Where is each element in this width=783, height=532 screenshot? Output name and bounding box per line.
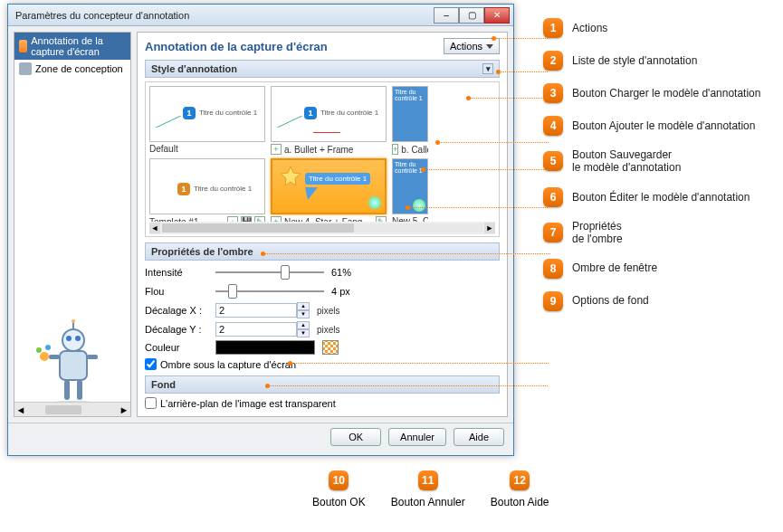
leader-dot: [435, 140, 440, 145]
blur-slider[interactable]: [215, 283, 324, 299]
main-panel: Annotation de la capture d'écran Actions…: [137, 32, 508, 417]
style-template[interactable]: 1 Titre du contrôle 1 + a. Bullet + Fram…: [271, 86, 387, 155]
add-template-button[interactable]: +: [271, 144, 282, 155]
callout-text: Bouton Charger le modèle d'annotation: [572, 87, 760, 100]
callout-text: Bouton Éditer le modèle d'annotation: [572, 191, 750, 204]
template-name: b. Callout + Ci: [401, 145, 428, 155]
callout-number: 1: [543, 18, 563, 38]
callout: 6Bouton Éditer le modèle d'annotation: [543, 187, 760, 207]
styles-scrollbar[interactable]: ◄►: [149, 222, 495, 234]
dialog-footer: OK Annuler Aide: [8, 423, 513, 450]
circle-icon: [413, 199, 425, 212]
color-swatch[interactable]: [215, 340, 315, 355]
leader-line: [498, 71, 548, 72]
svg-point-11: [40, 352, 49, 361]
callout-number: 2: [543, 51, 563, 71]
callout-number: 8: [543, 259, 563, 279]
callout-number: 6: [543, 187, 563, 207]
leader-line: [493, 38, 548, 39]
collapse-icon[interactable]: ▾: [482, 63, 493, 74]
sidebar-item-design-zone[interactable]: Zone de conception: [14, 60, 130, 78]
callout-number: 10: [329, 470, 349, 490]
callout-text: Propriétés de l'ombre: [572, 220, 623, 246]
panel-header: Annotation de la capture d'écran Actions: [145, 38, 500, 54]
callout-number: 11: [418, 470, 438, 490]
callout-number: 3: [543, 83, 563, 103]
leader-dot: [288, 361, 292, 366]
svg-point-13: [45, 345, 51, 350]
callout-text: Actions: [572, 22, 607, 34]
callout-number: 9: [543, 291, 563, 311]
leader-line: [267, 385, 548, 386]
minimize-button[interactable]: –: [434, 7, 459, 24]
close-button[interactable]: ✕: [484, 7, 510, 24]
shadow-section-title: Propriétés de l'ombre: [151, 246, 253, 257]
intensity-slider[interactable]: [215, 264, 324, 280]
transparent-bg-label: L'arrière-plan de l'image est transparen…: [160, 398, 336, 409]
spin-down[interactable]: ▼: [297, 329, 310, 337]
add-template-button[interactable]: +: [392, 144, 398, 155]
callout: 4Bouton Ajouter le modèle d'annotation: [543, 116, 760, 136]
callout-text: Bouton Sauvegarder le modèle d'annotatio…: [572, 148, 681, 175]
callout-number: 12: [510, 470, 530, 490]
transparent-bg-checkbox[interactable]: [145, 397, 157, 409]
spin-up[interactable]: ▲: [297, 302, 310, 310]
offsetx-field[interactable]: [215, 303, 297, 318]
leader-line: [423, 169, 548, 170]
annotation-icon: [19, 40, 27, 52]
callout: 11Bouton Annuler: [391, 470, 465, 508]
callout: 3Bouton Charger le modèle d'annotation: [543, 83, 760, 103]
titlebar[interactable]: Paramètres du concepteur d'annotation – …: [8, 5, 513, 26]
callout: 10Bouton OK: [312, 470, 366, 508]
blur-label: Flou: [145, 286, 208, 297]
leader-line: [263, 253, 550, 254]
actions-button[interactable]: Actions: [444, 38, 500, 54]
leader-dot: [492, 36, 496, 41]
help-button[interactable]: Aide: [454, 428, 504, 446]
background-section-header[interactable]: Fond: [145, 375, 500, 394]
callout: 8Ombre de fenêtre: [543, 259, 760, 279]
spin-down[interactable]: ▼: [297, 310, 310, 318]
shadow-under-label: Ombre sous la capture d'écran: [160, 359, 296, 370]
shadow-section-header[interactable]: Propriétés de l'ombre: [145, 242, 500, 261]
intensity-label: Intensité: [145, 267, 208, 278]
color-label: Couleur: [145, 342, 208, 353]
callout: 9Options de fond: [543, 291, 760, 311]
leader-dot: [261, 252, 265, 256]
style-template[interactable]: 1 Titre du contrôle 1 Default: [149, 86, 265, 155]
maximize-button[interactable]: ▢: [459, 7, 484, 24]
style-section-header[interactable]: Style d'annotation ▾: [145, 60, 500, 78]
offsety-field[interactable]: [215, 322, 297, 337]
style-template[interactable]: Titre du contrôle 1 + b. Callout + Ci: [392, 86, 428, 155]
leader-dot: [496, 70, 501, 74]
sidebar-item-label: Annotation de la capture d'écran: [31, 35, 126, 57]
leader-dot: [265, 384, 270, 388]
color-picker-button[interactable]: [322, 340, 339, 355]
sidebar-item-annotation[interactable]: Annotation de la capture d'écran: [14, 33, 130, 60]
callout: 2Liste de style d'annotation: [543, 51, 760, 71]
style-template[interactable]: Titre du contrôle 1 + New 4. Star + Fang…: [271, 158, 387, 227]
callout-text: Bouton Aide: [491, 496, 549, 508]
offsety-input[interactable]: ▲▼: [215, 321, 310, 337]
offsetx-input[interactable]: ▲▼: [215, 302, 310, 318]
sidebar-scrollbar[interactable]: ◄ ►: [14, 402, 130, 416]
robot-illustration: [24, 318, 123, 409]
style-template[interactable]: 1 Titre du contrôle 1 Template #1 ↓ 💾 ✎: [149, 158, 265, 227]
intensity-value: 61%: [331, 267, 377, 278]
shadow-under-checkbox[interactable]: [145, 358, 157, 370]
offsetx-label: Décalage X :: [145, 305, 208, 316]
cancel-button[interactable]: Annuler: [388, 428, 446, 446]
sidebar-item-label: Zone de conception: [35, 63, 123, 74]
svg-point-12: [36, 347, 42, 353]
callouts-right: 1Actions 2Liste de style d'annotation 3B…: [543, 18, 760, 324]
svg-marker-14: [281, 166, 301, 185]
callout-number: 4: [543, 116, 563, 136]
leader-dot: [421, 167, 425, 172]
settings-dialog: Paramètres du concepteur d'annotation – …: [7, 4, 514, 456]
leader-dot: [406, 205, 410, 210]
leader-line: [468, 98, 548, 99]
window-title: Paramètres du concepteur d'annotation: [15, 10, 434, 21]
spin-up[interactable]: ▲: [297, 321, 310, 329]
ok-button[interactable]: OK: [330, 428, 381, 446]
callout-tail-icon: [305, 187, 323, 200]
